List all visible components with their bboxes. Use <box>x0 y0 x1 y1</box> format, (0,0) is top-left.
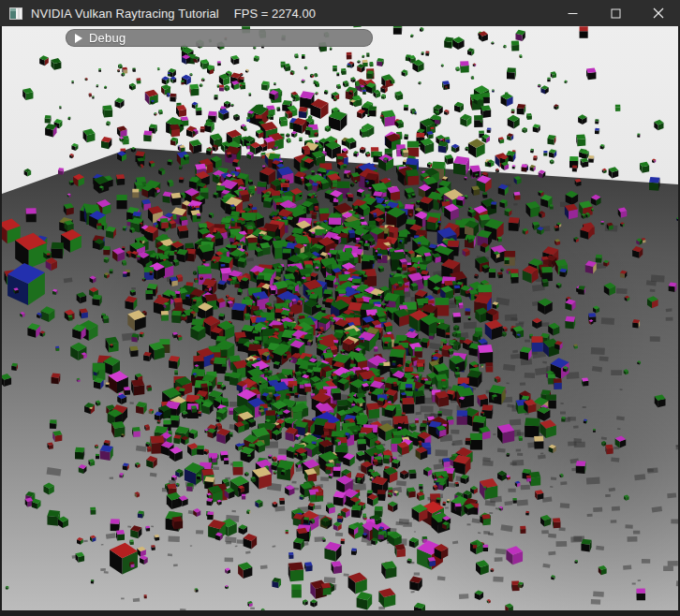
close-button[interactable] <box>637 0 680 26</box>
minimize-icon <box>568 8 578 19</box>
fps-counter: FPS = 2274.00 <box>234 7 316 21</box>
app-window: NVIDIA Vulkan Raytracing Tutorial FPS = … <box>0 0 680 616</box>
debug-panel-label: Debug <box>89 31 126 45</box>
close-icon <box>653 7 664 19</box>
render-viewport[interactable]: Debug <box>2 26 678 610</box>
collapsed-arrow-icon <box>75 34 82 43</box>
minimize-button[interactable] <box>551 0 594 26</box>
debug-panel-header[interactable]: Debug <box>66 29 373 47</box>
app-icon <box>9 7 22 20</box>
raytraced-scene-canvas[interactable] <box>2 26 678 610</box>
titlebar: NVIDIA Vulkan Raytracing Tutorial FPS = … <box>0 0 680 26</box>
window-title: NVIDIA Vulkan Raytracing Tutorial <box>31 7 219 21</box>
maximize-button[interactable] <box>594 0 637 26</box>
maximize-icon <box>611 8 621 19</box>
